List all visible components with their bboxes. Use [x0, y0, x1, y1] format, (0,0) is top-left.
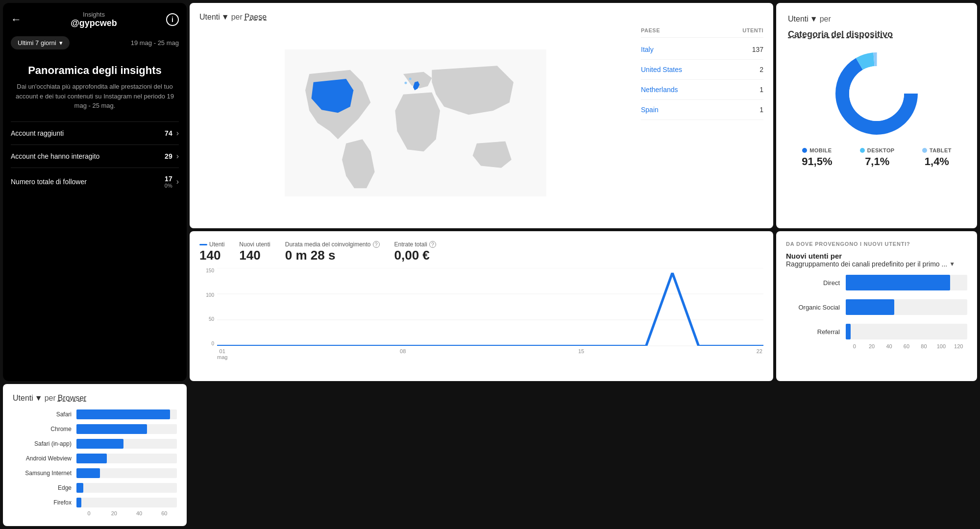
browser-track-firefox — [76, 498, 177, 507]
browser-x-tick-60: 60 — [152, 510, 177, 516]
bar-fill-referral — [846, 324, 851, 339]
browser-bars: Safari Chrome Safari (in-app) Android We… — [13, 409, 177, 507]
stat-value-0: 74 — [165, 129, 172, 137]
browser-dropdown-icon: ▼ — [35, 394, 43, 403]
legend-desktop-pct: 7,1% — [865, 155, 889, 168]
bar-row-direct: Direct — [786, 275, 967, 290]
bar-x-axis: 0 20 40 60 80 100 120 — [786, 343, 967, 349]
browser-track-edge — [76, 483, 177, 493]
browser-name-chrome: Chrome — [13, 426, 72, 433]
bar-label-organic: Organic Social — [786, 304, 840, 311]
browser-x-axis: 0 20 40 60 — [13, 510, 177, 516]
metric-entrate-label: Entrate totali — [394, 241, 427, 248]
active-dot-icon — [199, 244, 207, 245]
analytics-panel: Utenti 140 Nuovi utenti 140 Durata media… — [190, 231, 773, 381]
insights-label: Insights — [71, 11, 117, 18]
x-tick-40: 40 — [881, 343, 898, 349]
chart-title-line1: Nuovi utenti per — [786, 252, 967, 260]
x-tick-80: 80 — [915, 343, 932, 349]
panoramica-section: Panoramica degli insights Dai un'occhiat… — [11, 55, 179, 116]
browser-track-chrome — [76, 424, 177, 434]
x-label-08: 08 — [400, 348, 406, 360]
device-panel: Utenti ▼ per Categoria del dispositivo M… — [776, 3, 977, 228]
browser-name-safari: Safari — [13, 411, 72, 418]
map-per-label: per — [231, 13, 243, 22]
device-dropdown-icon: ▼ — [810, 15, 818, 24]
table-row-us: United States 2 — [641, 60, 763, 80]
device-metric-dropdown[interactable]: Utenti ▼ — [788, 15, 818, 24]
country-count-italy: 137 — [752, 46, 763, 53]
new-users-panel: DA DOVE PROVENGONO I NUOVI UTENTI? Nuovi… — [776, 231, 977, 381]
metric-utenti-val: 140 — [199, 248, 224, 263]
info-icon[interactable]: i — [166, 13, 179, 26]
desktop-dot-icon — [860, 148, 865, 153]
metric-durata-val: 0 m 28 s — [285, 248, 380, 263]
col-header-users: UTENTI — [742, 27, 763, 33]
browser-name-edge: Edge — [13, 484, 72, 491]
browser-fill-edge — [76, 483, 83, 493]
map-panel: Utenti ▼ per Paese — [190, 3, 773, 228]
col-header-country: PAESE — [641, 27, 660, 33]
browser-x-tick-20: 20 — [101, 510, 126, 516]
date-range-label: Ultimi 7 giorni — [18, 39, 56, 47]
browser-track-safari-inapp — [76, 439, 177, 449]
device-metric-label: Utenti — [788, 15, 808, 24]
donut-center — [849, 66, 904, 121]
back-arrow-icon[interactable]: ← — [11, 13, 22, 26]
table-row-italy: Italy 137 — [641, 40, 763, 60]
stat-right-1: 29 › — [165, 152, 179, 161]
chevron-right-icon-0: › — [176, 129, 179, 138]
browser-row-chrome: Chrome — [13, 424, 177, 434]
chevron-down-icon: ▾ — [59, 39, 63, 47]
metric-entrate: Entrate totali ? 0,00 € — [394, 241, 436, 263]
country-count-es: 1 — [760, 106, 763, 114]
browser-track-android — [76, 454, 177, 463]
panoramica-title: Panoramica degli insights — [11, 64, 179, 77]
date-range-display: 19 mag - 25 mag — [131, 39, 179, 47]
legend-desktop-dot-row: DESKTOP — [860, 147, 895, 153]
legend-tablet-label: TABLET — [930, 147, 952, 153]
legend-mobile: MOBILE 91,5% — [802, 147, 832, 168]
stat-row-follower[interactable]: Numero totale di follower 17 0% › — [11, 168, 179, 195]
map-metric-dropdown[interactable]: Utenti ▼ — [199, 13, 229, 22]
x-label-22: 22 — [757, 348, 762, 360]
metric-utenti-name: Utenti — [199, 241, 224, 248]
stat-row-interagito[interactable]: Account che hanno interagito 29 › — [11, 144, 179, 168]
country-count-nl: 1 — [760, 86, 763, 94]
info-icon-durata: ? — [373, 241, 380, 248]
info-icon-entrate: ? — [429, 241, 436, 248]
browser-track-safari — [76, 409, 177, 419]
browser-name-android: Android Webview — [13, 455, 72, 462]
map-content: PAESE UTENTI Italy 137 United States 2 N… — [199, 27, 763, 218]
y-label-150: 150 — [199, 268, 214, 273]
x-tick-20: 20 — [863, 343, 880, 349]
analytics-metrics: Utenti 140 Nuovi utenti 140 Durata media… — [199, 241, 763, 263]
legend-tablet-pct: 1,4% — [925, 155, 949, 168]
legend-desktop: DESKTOP 7,1% — [860, 147, 895, 168]
line-chart-path — [217, 273, 763, 345]
map-metric-label: Utenti — [199, 13, 220, 22]
y-label-50: 50 — [199, 316, 214, 322]
panoramica-desc: Dai un'occhiata più approfondita alle pr… — [11, 82, 179, 111]
metric-entrate-val: 0,00 € — [394, 248, 436, 263]
table-header: PAESE UTENTI — [641, 27, 763, 38]
bar-row-organic: Organic Social — [786, 299, 967, 315]
date-range-picker[interactable]: Ultimi 7 giorni ▾ — [11, 36, 70, 49]
browser-fill-safari-inapp — [76, 439, 123, 449]
stat-label-2: Numero totale di follower — [11, 178, 87, 186]
browser-metric-dropdown[interactable]: Utenti ▼ — [13, 394, 43, 403]
stat-row-accounts-raggiunti[interactable]: Account raggiunti 74 › — [11, 121, 179, 144]
bar-row-referral: Referral — [786, 324, 967, 339]
line-chart-svg — [217, 268, 763, 346]
device-dim-label: Categoria del dispositivo — [788, 29, 965, 40]
header-title-block: Insights @gypcweb — [71, 11, 117, 28]
metric-utenti-label: Utenti — [209, 241, 224, 248]
line-chart-area: 150 100 50 0 — [199, 268, 763, 346]
x-tick-100: 100 — [932, 343, 950, 349]
chart-title-dropdown-icon[interactable]: ▼ — [949, 261, 955, 267]
browser-x-tick-40: 40 — [127, 510, 152, 516]
browser-track-samsung — [76, 468, 177, 478]
stat-value-2: 17 — [165, 175, 172, 183]
stats-list: Account raggiunti 74 › Account che hanno… — [11, 121, 179, 195]
svg-point-2 — [404, 82, 407, 84]
